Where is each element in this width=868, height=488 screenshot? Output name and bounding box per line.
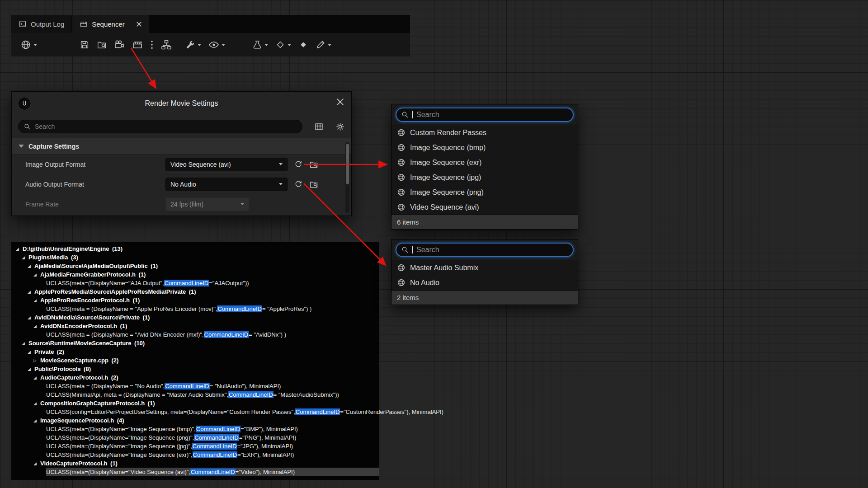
tree-folder-row[interactable]: ◢AvidDNxMedia\Source\Source\Private (1)	[11, 313, 379, 322]
capture-settings-section-header[interactable]: Capture Settings	[12, 138, 351, 154]
options-ellipsis-icon[interactable]	[150, 37, 154, 52]
search-match-highlight: CommandLineID	[204, 331, 249, 338]
folder-label: CompositionGraphCaptureProtocol.h (1)	[40, 400, 155, 407]
tree-folder-row[interactable]: ◢AppleProResEncoderProtocol.h (1)	[11, 296, 379, 305]
playback-options-icon[interactable]	[252, 37, 268, 52]
code-text: UCLASS(meta = (DisplayName = "Avid DNx E…	[46, 331, 204, 338]
expanded-arrow-icon[interactable]: ◢	[33, 418, 40, 423]
expanded-arrow-icon[interactable]: ◢	[28, 264, 34, 268]
dialog-title: Render Movie Settings	[12, 99, 351, 108]
expanded-arrow-icon[interactable]: ◢	[33, 375, 40, 380]
expanded-arrow-icon[interactable]: ◢	[22, 255, 28, 260]
text-caret	[412, 111, 413, 118]
scrollbar-thumb[interactable]	[346, 144, 349, 184]
expanded-arrow-icon[interactable]: ◢	[33, 401, 40, 406]
code-result-row[interactable]: UCLASS(meta = (DisplayName = "Apple ProR…	[11, 305, 379, 313]
code-text: = "MasterAudioSubmix"))	[274, 391, 339, 398]
tree-folder-row[interactable]: ◢D:\github\UnrealEngine\Engine (13)	[11, 244, 379, 253]
dropdown-option[interactable]: Image Sequence (jpg)	[392, 170, 578, 185]
browse-asset-icon[interactable]	[309, 160, 318, 169]
popup-search-input[interactable]: Search	[396, 243, 574, 257]
dropdown-option[interactable]: Image Sequence (exr)	[392, 155, 578, 170]
audio-output-format-dropdown[interactable]: No Audio	[165, 178, 288, 191]
class-icon	[397, 264, 405, 272]
column-view-icon[interactable]	[314, 122, 324, 131]
code-result-row[interactable]: UCLASS(meta = (DisplayName = "Avid DNx E…	[11, 330, 379, 339]
dropdown-option[interactable]: Image Sequence (png)	[392, 185, 578, 200]
save-icon[interactable]	[80, 37, 90, 52]
tree-folder-row[interactable]: ◢CompositionGraphCaptureProtocol.h (1)	[11, 399, 379, 408]
actions-wrench-icon[interactable]	[185, 37, 201, 52]
tree-folder-row[interactable]: ▷MovieSceneCapture.cpp (2)	[11, 356, 379, 365]
expanded-arrow-icon[interactable]: ◢	[16, 247, 23, 251]
tree-folder-row[interactable]: ◢AjaMedia\Source\AjaMediaOutput\Public (…	[11, 262, 379, 270]
close-tab-icon[interactable]	[136, 21, 142, 27]
expanded-arrow-icon[interactable]: ◢	[33, 298, 40, 303]
render-movie-icon[interactable]	[132, 37, 143, 52]
chevron-down-icon	[328, 44, 331, 46]
sequencer-hierarchy-icon[interactable]	[161, 37, 172, 52]
use-selected-icon[interactable]	[294, 180, 303, 189]
expanded-arrow-icon[interactable]: ◢	[33, 324, 40, 328]
expanded-arrow-icon[interactable]: ◢	[28, 350, 34, 354]
tree-folder-row[interactable]: ◢AjaMediaFrameGrabberProtocol.h (1)	[11, 270, 379, 279]
tab-output-log[interactable]: Output Log	[11, 15, 71, 33]
dropdown-option[interactable]: Video Sequence (avi)	[392, 200, 578, 215]
code-text: UCLASS(meta = (DisplayName = "Apple ProR…	[46, 305, 217, 312]
folder-label: AudioCaptureProtocol.h (2)	[40, 374, 118, 381]
expanded-arrow-icon[interactable]: ◢	[33, 461, 40, 466]
search-placeholder: Search	[35, 123, 55, 130]
settings-gear-icon[interactable]	[335, 122, 345, 131]
option-label: Custom Render Passes	[410, 129, 486, 137]
dropdown-option[interactable]: Image Sequence (bmp)	[392, 140, 578, 155]
property-row-audio-output-format: Audio Output Format No Audio	[12, 174, 351, 194]
tree-folder-row[interactable]: ◢VideoCaptureProtocol.h (1)	[11, 459, 379, 468]
curve-pen-icon[interactable]	[316, 37, 331, 52]
dropdown-option[interactable]: Master Audio Submix	[392, 260, 578, 275]
code-result-row[interactable]: UCLASS(meta=(DisplayName="Video Sequence…	[11, 468, 379, 476]
expanded-arrow-icon[interactable]: ◢	[22, 341, 28, 346]
create-camera-icon[interactable]	[114, 37, 125, 52]
find-in-content-browser-icon[interactable]	[97, 37, 107, 52]
collapsed-arrow-icon[interactable]: ▷	[33, 358, 40, 363]
settings-search-input[interactable]: Search	[18, 120, 302, 133]
code-result-row[interactable]: UCLASS(meta=(DisplayName="Image Sequence…	[11, 450, 379, 459]
dialog-scrollbar[interactable]	[345, 142, 349, 213]
tree-folder-row[interactable]: ◢AudioCaptureProtocol.h (2)	[11, 373, 379, 382]
popup-search-input[interactable]: Search	[396, 108, 574, 122]
folder-label: D:\github\UnrealEngine\Engine (13)	[23, 245, 123, 252]
tree-folder-row[interactable]: ◢AvidDNxEncoderProtocol.h (1)	[11, 322, 379, 330]
browse-asset-icon[interactable]	[309, 180, 318, 189]
tree-folder-row[interactable]: ◢Private (2)	[11, 347, 379, 356]
auto-key-icon[interactable]	[298, 37, 308, 52]
tab-sequencer[interactable]: Sequencer	[72, 15, 149, 33]
tree-folder-row[interactable]: ◢Public\Protocols (8)	[11, 365, 379, 373]
view-options-eye-icon[interactable]	[208, 37, 225, 52]
code-result-row[interactable]: UCLASS(meta=(DisplayName="Image Sequence…	[11, 425, 379, 433]
tree-folder-row[interactable]: ◢Plugins\Media (3)	[11, 253, 379, 262]
expanded-arrow-icon[interactable]: ◢	[28, 367, 34, 371]
search-match-highlight: CommandLineID	[193, 451, 238, 458]
world-icon[interactable]	[20, 37, 37, 52]
dropdown-option[interactable]: No Audio	[392, 275, 578, 290]
code-result-row[interactable]: UCLASS(MinimalApi, meta = (DisplayName =…	[11, 390, 379, 399]
expanded-arrow-icon[interactable]: ◢	[28, 290, 34, 294]
code-result-row[interactable]: UCLASS(meta=(DisplayName="Image Sequence…	[11, 433, 379, 442]
code-result-row[interactable]: UCLASS(config=EditorPerProjectUserSettin…	[11, 408, 379, 416]
image-output-format-dropdown[interactable]: Video Sequence (avi)	[165, 158, 288, 171]
image-format-dropdown-popup: Search Custom Render PassesImage Sequenc…	[391, 104, 578, 230]
search-match-highlight: CommandLineID	[295, 408, 340, 415]
tree-folder-row[interactable]: ◢AppleProResMedia\Source\AppleProResMedi…	[11, 287, 379, 296]
tree-folder-row[interactable]: ◢Source\Runtime\MovieSceneCapture (10)	[11, 339, 379, 347]
use-selected-icon[interactable]	[294, 160, 303, 169]
close-dialog-icon[interactable]	[336, 98, 344, 108]
keyframe-options-icon[interactable]	[275, 37, 291, 52]
dropdown-option[interactable]: Custom Render Passes	[392, 125, 578, 140]
expanded-arrow-icon[interactable]: ◢	[28, 315, 34, 320]
code-result-row[interactable]: UCLASS(meta = (DisplayName = "No Audio",…	[11, 382, 379, 390]
code-result-row[interactable]: UCLASS(meta=(DisplayName="Image Sequence…	[11, 442, 379, 450]
expanded-arrow-icon[interactable]: ◢	[33, 272, 40, 277]
tree-folder-row[interactable]: ◢ImageSequenceProtocol.h (4)	[11, 416, 379, 425]
code-result-row[interactable]: UCLASS(meta=(DisplayName="AJA Output", C…	[11, 279, 379, 287]
option-label: Image Sequence (bmp)	[410, 144, 486, 152]
